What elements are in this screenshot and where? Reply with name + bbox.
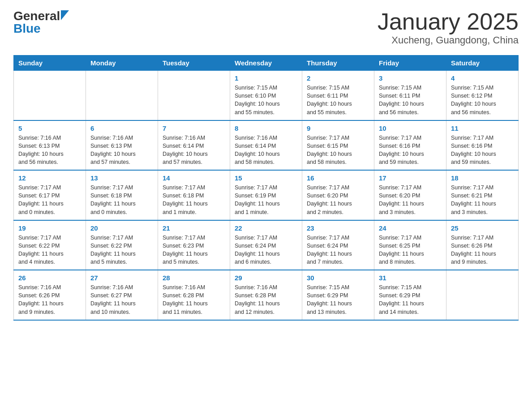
day-number: 13 [90, 174, 153, 182]
calendar-cell: 27Sunrise: 7:16 AMSunset: 6:27 PMDayligh… [86, 270, 158, 320]
calendar-cell: 6Sunrise: 7:16 AMSunset: 6:13 PMDaylight… [86, 120, 158, 171]
calendar-cell: 12Sunrise: 7:17 AMSunset: 6:17 PMDayligh… [14, 170, 86, 220]
day-info: Sunrise: 7:17 AMSunset: 6:16 PMDaylight:… [379, 134, 442, 167]
calendar-day-header: Monday [86, 56, 158, 71]
calendar-cell: 21Sunrise: 7:17 AMSunset: 6:23 PMDayligh… [158, 220, 230, 270]
day-number: 25 [451, 224, 514, 232]
calendar-cell: 25Sunrise: 7:17 AMSunset: 6:26 PMDayligh… [446, 220, 519, 270]
calendar-cell: 5Sunrise: 7:16 AMSunset: 6:13 PMDaylight… [14, 120, 86, 171]
day-info: Sunrise: 7:17 AMSunset: 6:18 PMDaylight:… [90, 184, 153, 216]
day-number: 5 [18, 124, 81, 132]
page-header: General Blue January 2025 Xucheng, Guang… [13, 9, 519, 46]
calendar-day-header: Saturday [446, 56, 519, 71]
calendar-cell [446, 270, 519, 320]
day-info: Sunrise: 7:16 AMSunset: 6:14 PMDaylight:… [163, 134, 225, 167]
logo: General Blue [13, 9, 69, 36]
calendar-cell [14, 71, 86, 120]
day-info: Sunrise: 7:17 AMSunset: 6:15 PMDaylight:… [307, 134, 369, 167]
day-info: Sunrise: 7:16 AMSunset: 6:28 PMDaylight:… [163, 283, 225, 316]
day-info: Sunrise: 7:16 AMSunset: 6:26 PMDaylight:… [18, 283, 81, 316]
day-info: Sunrise: 7:16 AMSunset: 6:13 PMDaylight:… [18, 134, 81, 167]
calendar-day-header: Sunday [14, 56, 86, 71]
day-number: 28 [163, 274, 225, 282]
day-info: Sunrise: 7:17 AMSunset: 6:21 PMDaylight:… [451, 184, 514, 216]
day-info: Sunrise: 7:17 AMSunset: 6:23 PMDaylight:… [163, 234, 225, 266]
calendar-cell: 18Sunrise: 7:17 AMSunset: 6:21 PMDayligh… [446, 170, 519, 220]
calendar-cell: 11Sunrise: 7:17 AMSunset: 6:16 PMDayligh… [446, 120, 519, 171]
day-info: Sunrise: 7:17 AMSunset: 6:16 PMDaylight:… [451, 134, 514, 167]
calendar-cell: 23Sunrise: 7:17 AMSunset: 6:24 PMDayligh… [302, 220, 374, 270]
day-number: 4 [451, 74, 514, 82]
svg-marker-0 [61, 10, 69, 20]
calendar-day-header: Tuesday [158, 56, 230, 71]
day-number: 30 [307, 274, 369, 282]
day-info: Sunrise: 7:16 AMSunset: 6:28 PMDaylight:… [235, 283, 297, 316]
calendar-cell: 19Sunrise: 7:17 AMSunset: 6:22 PMDayligh… [14, 220, 86, 270]
day-info: Sunrise: 7:17 AMSunset: 6:22 PMDaylight:… [18, 234, 81, 266]
calendar-cell [86, 71, 158, 120]
calendar-cell [158, 71, 230, 120]
day-number: 20 [90, 224, 153, 232]
day-info: Sunrise: 7:15 AMSunset: 6:29 PMDaylight:… [307, 283, 369, 316]
calendar-cell: 26Sunrise: 7:16 AMSunset: 6:26 PMDayligh… [14, 270, 86, 320]
day-number: 10 [379, 124, 442, 132]
day-number: 9 [307, 124, 369, 132]
calendar-cell: 30Sunrise: 7:15 AMSunset: 6:29 PMDayligh… [302, 270, 374, 320]
calendar-subtitle: Xucheng, Guangdong, China [378, 34, 519, 46]
calendar-cell: 14Sunrise: 7:17 AMSunset: 6:18 PMDayligh… [158, 170, 230, 220]
day-number: 1 [235, 74, 297, 82]
calendar-day-header: Friday [374, 56, 446, 71]
day-info: Sunrise: 7:16 AMSunset: 6:14 PMDaylight:… [235, 134, 297, 167]
calendar-cell: 1Sunrise: 7:15 AMSunset: 6:10 PMDaylight… [230, 71, 302, 120]
calendar-cell: 20Sunrise: 7:17 AMSunset: 6:22 PMDayligh… [86, 220, 158, 270]
day-info: Sunrise: 7:15 AMSunset: 6:29 PMDaylight:… [379, 283, 442, 316]
day-number: 31 [379, 274, 442, 282]
calendar-cell: 15Sunrise: 7:17 AMSunset: 6:19 PMDayligh… [230, 170, 302, 220]
day-info: Sunrise: 7:16 AMSunset: 6:27 PMDaylight:… [90, 283, 153, 316]
calendar-cell: 7Sunrise: 7:16 AMSunset: 6:14 PMDaylight… [158, 120, 230, 171]
calendar-day-header: Wednesday [230, 56, 302, 71]
calendar-title: January 2025 [378, 9, 519, 34]
calendar-cell: 22Sunrise: 7:17 AMSunset: 6:24 PMDayligh… [230, 220, 302, 270]
calendar-cell: 2Sunrise: 7:15 AMSunset: 6:11 PMDaylight… [302, 71, 374, 120]
day-number: 23 [307, 224, 369, 232]
calendar-cell: 10Sunrise: 7:17 AMSunset: 6:16 PMDayligh… [374, 120, 446, 171]
day-number: 6 [90, 124, 153, 132]
day-info: Sunrise: 7:17 AMSunset: 6:24 PMDaylight:… [307, 234, 369, 266]
day-info: Sunrise: 7:16 AMSunset: 6:13 PMDaylight:… [90, 134, 153, 167]
calendar-cell: 13Sunrise: 7:17 AMSunset: 6:18 PMDayligh… [86, 170, 158, 220]
calendar-cell: 29Sunrise: 7:16 AMSunset: 6:28 PMDayligh… [230, 270, 302, 320]
calendar-cell: 31Sunrise: 7:15 AMSunset: 6:29 PMDayligh… [374, 270, 446, 320]
day-number: 15 [235, 174, 297, 182]
day-number: 19 [18, 224, 81, 232]
day-info: Sunrise: 7:17 AMSunset: 6:20 PMDaylight:… [307, 184, 369, 216]
day-info: Sunrise: 7:17 AMSunset: 6:17 PMDaylight:… [18, 184, 81, 216]
day-number: 12 [18, 174, 81, 182]
day-info: Sunrise: 7:17 AMSunset: 6:26 PMDaylight:… [451, 234, 514, 266]
day-number: 14 [163, 174, 225, 182]
day-info: Sunrise: 7:15 AMSunset: 6:12 PMDaylight:… [451, 84, 514, 116]
calendar-cell: 8Sunrise: 7:16 AMSunset: 6:14 PMDaylight… [230, 120, 302, 171]
day-number: 7 [163, 124, 225, 132]
calendar-cell: 28Sunrise: 7:16 AMSunset: 6:28 PMDayligh… [158, 270, 230, 320]
day-number: 11 [451, 124, 514, 132]
day-number: 16 [307, 174, 369, 182]
calendar-cell: 3Sunrise: 7:15 AMSunset: 6:11 PMDaylight… [374, 71, 446, 120]
calendar-day-header: Thursday [302, 56, 374, 71]
day-number: 3 [379, 74, 442, 82]
calendar-cell: 17Sunrise: 7:17 AMSunset: 6:20 PMDayligh… [374, 170, 446, 220]
day-number: 24 [379, 224, 442, 232]
day-info: Sunrise: 7:17 AMSunset: 6:25 PMDaylight:… [379, 234, 442, 266]
day-info: Sunrise: 7:17 AMSunset: 6:18 PMDaylight:… [163, 184, 225, 216]
calendar-cell: 24Sunrise: 7:17 AMSunset: 6:25 PMDayligh… [374, 220, 446, 270]
day-number: 8 [235, 124, 297, 132]
day-info: Sunrise: 7:17 AMSunset: 6:19 PMDaylight:… [235, 184, 297, 216]
day-number: 27 [90, 274, 153, 282]
calendar-cell: 4Sunrise: 7:15 AMSunset: 6:12 PMDaylight… [446, 71, 519, 120]
day-info: Sunrise: 7:15 AMSunset: 6:10 PMDaylight:… [235, 84, 297, 116]
calendar-cell: 16Sunrise: 7:17 AMSunset: 6:20 PMDayligh… [302, 170, 374, 220]
day-info: Sunrise: 7:17 AMSunset: 6:20 PMDaylight:… [379, 184, 442, 216]
day-number: 2 [307, 74, 369, 82]
logo-blue-text: Blue [13, 21, 69, 36]
day-number: 26 [18, 274, 81, 282]
